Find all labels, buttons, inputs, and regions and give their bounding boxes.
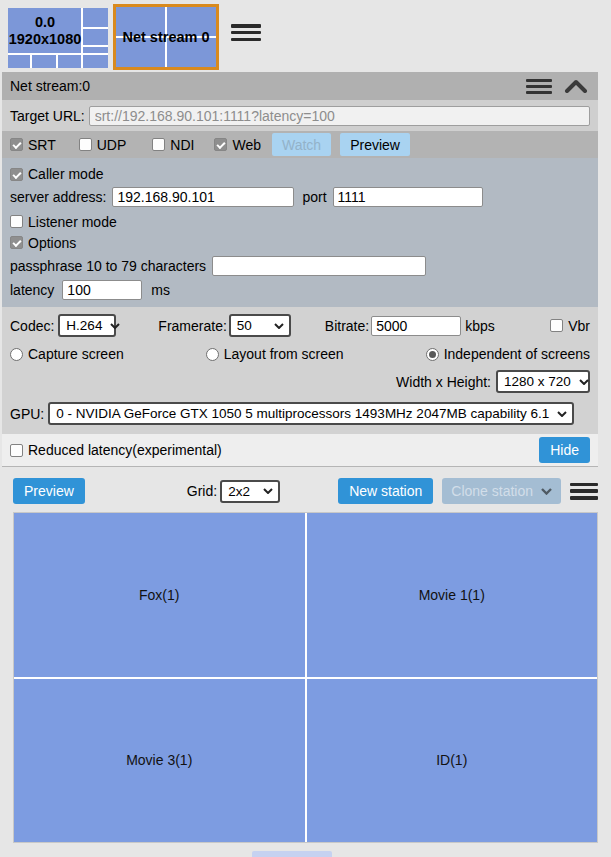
codec-select[interactable]: H.264 (58, 314, 116, 337)
watch-button[interactable]: Watch (272, 133, 331, 156)
panel-header: Net stream:0 (2, 72, 598, 100)
panel-menu-hamburger-icon[interactable] (526, 79, 552, 94)
chevron-down-icon (541, 488, 552, 495)
bitrate-input[interactable] (371, 316, 461, 336)
udp-checkbox-label: UDP (97, 137, 127, 153)
port-label: port (302, 189, 326, 205)
listener-mode-checkbox[interactable]: Listener mode (10, 214, 117, 230)
preview-stream-button[interactable]: Preview (340, 133, 410, 156)
caller-mode-checkbox[interactable]: Caller mode (10, 166, 103, 182)
capture-screen-radio-circle[interactable] (10, 348, 23, 361)
stations-toolbar: Preview Grid: 2x2 New station Clone stat… (13, 478, 598, 504)
codec-label: Codec: (10, 318, 54, 334)
latency-input[interactable] (62, 280, 142, 300)
thumbnail-grid-line (56, 53, 58, 68)
web-checkbox-label: Web (232, 137, 261, 153)
clone-station-button[interactable]: Clone station (442, 478, 561, 504)
caller-section: Caller mode server address: port Listene… (2, 158, 598, 307)
stations-preview-button[interactable]: Preview (13, 478, 85, 504)
clone-station-button-label: Clone station (451, 483, 533, 499)
top-bar: 0.0 1920x1080 Net stream 0 (0, 0, 611, 72)
new-station-button[interactable]: New station (338, 478, 433, 504)
grid-select[interactable]: 2x2 (220, 480, 280, 503)
target-url-input[interactable] (89, 106, 590, 126)
srt-checkbox[interactable]: SRT (10, 137, 56, 153)
chevron-down-icon (110, 323, 120, 329)
web-checkbox-box[interactable] (214, 138, 227, 151)
listener-mode-checkbox-box[interactable] (10, 215, 23, 228)
vbr-checkbox-box[interactable] (550, 319, 563, 332)
layout-from-screen-label: Layout from screen (224, 346, 344, 362)
stations-menu-hamburger-icon[interactable] (570, 483, 598, 500)
options-checkbox-box[interactable] (10, 236, 23, 249)
passphrase-input[interactable] (212, 256, 426, 276)
select-all-button[interactable]: Select all (252, 851, 333, 857)
layout-from-screen-radio-circle[interactable] (206, 348, 219, 361)
grid-label: Grid: (187, 483, 217, 499)
bitrate-unit-label: kbps (465, 318, 495, 334)
udp-checkbox-box[interactable] (79, 138, 92, 151)
caller-mode-checkbox-box[interactable] (10, 168, 23, 181)
passphrase-label: passphrase 10 to 79 characters (10, 258, 206, 274)
framerate-label: Framerate: (158, 318, 226, 334)
resolution-select[interactable]: 1280 x 720 (496, 370, 590, 393)
udp-checkbox[interactable]: UDP (79, 137, 127, 153)
independent-of-screens-radio-circle[interactable] (426, 348, 439, 361)
screen-coords: 0.0 (35, 14, 55, 31)
bottom-row: Multiselect Design mode Select all (13, 851, 611, 857)
station-cell[interactable]: ID(1) (307, 679, 598, 843)
options-checkbox[interactable]: Options (10, 235, 76, 251)
screen-thumbnail[interactable]: 0.0 1920x1080 (8, 8, 108, 68)
encoding-section: Codec: H.264 Framerate: 50 Bitrate: kbps… (2, 307, 598, 434)
thumbnail-grid-line (81, 45, 108, 47)
thumbnail-grid-line (30, 53, 32, 68)
screen-thumbnail-label: 0.0 1920x1080 (8, 8, 82, 54)
station-cell[interactable]: Fox(1) (14, 513, 305, 677)
server-address-input[interactable] (112, 187, 294, 207)
bitrate-label: Bitrate: (325, 318, 369, 334)
collapse-chevron-up-icon[interactable] (564, 79, 588, 93)
independent-of-screens-label: Independent of screens (444, 346, 590, 362)
station-cell[interactable]: Movie 3(1) (14, 679, 305, 843)
caller-mode-label: Caller mode (28, 166, 103, 182)
options-label: Options (28, 235, 76, 251)
gpu-select[interactable]: 0 - NVIDIA GeForce GTX 1050 5 multiproce… (48, 402, 574, 425)
station-cell-label: Movie 1(1) (419, 587, 485, 603)
gpu-label: GPU: (10, 406, 44, 422)
latency-unit-label: ms (151, 282, 170, 298)
protocol-row: SRT UDP NDI Web Watch Preview (2, 131, 598, 158)
framerate-select-value: 50 (237, 318, 252, 333)
port-input[interactable] (333, 187, 483, 207)
reduced-latency-checkbox-box[interactable] (10, 444, 23, 457)
station-grid: Fox(1) Movie 1(1) Movie 3(1) ID(1) (13, 512, 598, 843)
vbr-checkbox[interactable]: Vbr (550, 318, 590, 334)
latency-label: latency (10, 282, 54, 298)
station-cell-label: ID(1) (436, 752, 467, 768)
thumbnail-grid-line (81, 27, 108, 29)
web-checkbox[interactable]: Web (214, 137, 261, 153)
hide-button[interactable]: Hide (539, 437, 590, 463)
independent-of-screens-radio[interactable]: Independent of screens (426, 346, 590, 362)
net-stream-panel: Net stream:0 Target URL: SRT UDP NDI Web… (2, 72, 598, 467)
chevron-down-icon (579, 379, 589, 385)
station-cell-label: Movie 3(1) (126, 752, 192, 768)
panel-title: Net stream:0 (10, 78, 90, 94)
capture-screen-radio[interactable]: Capture screen (10, 346, 124, 362)
ndi-checkbox[interactable]: NDI (152, 137, 194, 153)
srt-checkbox-label: SRT (28, 137, 56, 153)
reduced-latency-label: Reduced latency(experimental) (28, 442, 222, 458)
ndi-checkbox-label: NDI (170, 137, 194, 153)
capture-screen-label: Capture screen (28, 346, 124, 362)
station-cell[interactable]: Movie 1(1) (307, 513, 598, 677)
target-url-label: Target URL: (10, 108, 85, 124)
reduced-latency-checkbox[interactable]: Reduced latency(experimental) (10, 442, 222, 458)
srt-checkbox-box[interactable] (10, 138, 23, 151)
layout-from-screen-radio[interactable]: Layout from screen (206, 346, 344, 362)
framerate-select[interactable]: 50 (229, 314, 291, 337)
grid-select-value: 2x2 (228, 484, 250, 499)
top-menu-hamburger-icon[interactable] (231, 24, 261, 41)
ndi-checkbox-box[interactable] (152, 138, 165, 151)
net-stream-tab[interactable]: Net stream 0 (113, 4, 219, 70)
codec-select-value: H.264 (66, 318, 102, 333)
listener-mode-label: Listener mode (28, 214, 117, 230)
